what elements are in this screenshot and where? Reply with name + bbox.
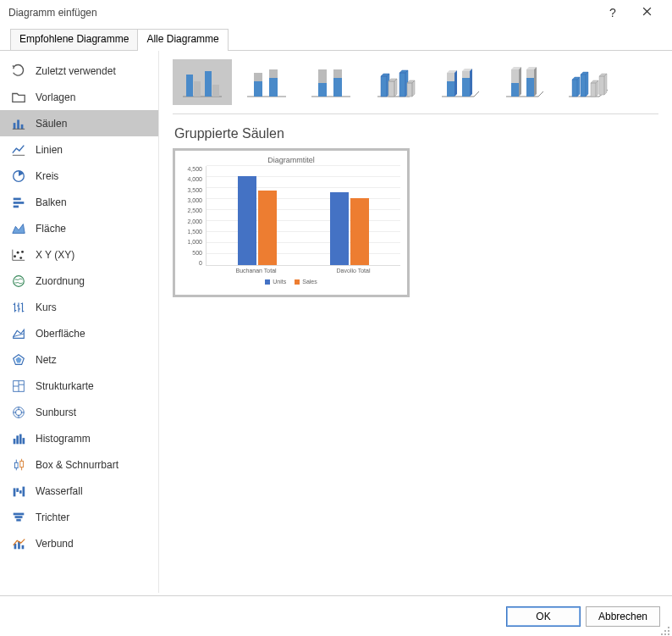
tab-recommended[interactable]: Empfohlene Diagramme: [10, 29, 138, 50]
sidebar-item-treemap[interactable]: Strukturkarte: [0, 373, 158, 399]
sidebar-item-label: Trichter: [36, 512, 69, 523]
legend: Units Sales: [182, 279, 400, 285]
svg-rect-25: [19, 490, 22, 494]
sidebar-item-label: Zuordnung: [36, 275, 85, 287]
tab-all[interactable]: Alle Diagramme: [137, 29, 228, 50]
svg-rect-29: [16, 518, 20, 521]
sidebar-item-label: Verbund: [36, 538, 74, 550]
svg-point-7: [14, 255, 16, 257]
bar-group: [238, 166, 277, 265]
tab-row: Empfohlene Diagramme Alle Diagramme: [0, 29, 672, 51]
sidebar-item-funnel[interactable]: Trichter: [0, 504, 158, 530]
svg-rect-34: [194, 81, 201, 97]
sidebar-item-bar[interactable]: Balken: [0, 189, 158, 215]
sidebar-item-recent[interactable]: Zuletzt verwendet: [0, 58, 158, 84]
sidebar-item-label: Oberfläche: [36, 328, 85, 340]
subtype-3d-column[interactable]: [559, 59, 618, 105]
legend-sales: Sales: [295, 279, 317, 285]
svg-rect-22: [20, 461, 24, 467]
line-chart-icon: [10, 141, 27, 158]
resize-grip[interactable]: [660, 624, 670, 634]
sidebar-item-templates[interactable]: Vorlagen: [0, 84, 158, 110]
subtype-3d-100stacked-column[interactable]: [494, 59, 554, 105]
svg-point-47: [668, 630, 669, 632]
svg-rect-33: [186, 75, 193, 97]
sunburst-chart-icon: [10, 404, 27, 421]
svg-rect-20: [23, 438, 25, 444]
bar: [330, 192, 349, 265]
area-chart-icon: [10, 220, 27, 237]
sidebar-item-label: Balken: [36, 196, 67, 208]
svg-rect-19: [19, 434, 22, 444]
svg-point-8: [17, 251, 19, 253]
svg-rect-32: [22, 545, 25, 549]
sidebar-item-line[interactable]: Linien: [0, 136, 158, 163]
close-button[interactable]: [630, 7, 664, 19]
chart-preview-title: Diagrammtitel: [182, 156, 400, 164]
sidebar-item-combo[interactable]: Verbund: [0, 530, 158, 556]
chart-preview[interactable]: Diagrammtitel 4,500 4,000 3,500 3,000 2,…: [173, 148, 410, 297]
map-chart-icon: [10, 273, 27, 290]
sidebar-item-label: Vorlagen: [36, 91, 75, 103]
sidebar-item-pie[interactable]: Kreis: [0, 163, 158, 189]
radar-chart-icon: [10, 351, 27, 368]
titlebar: Diagramm einfügen ?: [0, 0, 672, 25]
sidebar-item-label: Linien: [36, 144, 63, 156]
x-axis-labels: Buchanan Total Davolio Total: [182, 268, 400, 274]
svg-rect-26: [23, 486, 25, 496]
svg-rect-23: [14, 488, 16, 496]
help-button[interactable]: ?: [596, 6, 630, 19]
ok-button[interactable]: OK: [506, 606, 581, 627]
sidebar-item-waterfall[interactable]: Wasserfall: [0, 478, 158, 504]
sidebar-item-column[interactable]: Säulen: [0, 110, 158, 136]
treemap-chart-icon: [10, 378, 27, 395]
sidebar-item-stock[interactable]: Kurs: [0, 294, 158, 320]
subtype-clustered-column[interactable]: [173, 59, 232, 105]
chart-plot-area: 4,500 4,000 3,500 3,000 2,500 2,000 1,50…: [182, 166, 400, 266]
sidebar-item-label: Kreis: [36, 170, 58, 182]
bar: [258, 191, 277, 265]
recent-icon: [10, 63, 27, 80]
chart-category-list: Zuletzt verwendet Vorlagen Säulen Linien…: [0, 51, 159, 593]
svg-point-16: [15, 409, 21, 415]
svg-rect-38: [254, 73, 262, 81]
cancel-button[interactable]: Abbrechen: [586, 606, 660, 627]
sidebar-item-area[interactable]: Fläche: [0, 215, 158, 241]
plot: [206, 166, 400, 266]
svg-marker-13: [15, 357, 21, 362]
main-area: Zuletzt verwendet Vorlagen Säulen Linien…: [0, 51, 672, 593]
svg-rect-37: [254, 81, 262, 97]
box-whisker-icon: [10, 456, 27, 473]
svg-rect-17: [14, 439, 16, 444]
sidebar-item-radar[interactable]: Netz: [0, 346, 158, 373]
subtype-3d-clustered-column[interactable]: [366, 59, 425, 105]
subtype-100stacked-column[interactable]: [301, 59, 361, 105]
dialog-title: Diagramm einfügen: [8, 7, 596, 19]
sidebar-item-label: Wasserfall: [36, 485, 83, 497]
sidebar-item-surface[interactable]: Oberfläche: [0, 320, 158, 346]
svg-rect-39: [269, 78, 278, 97]
svg-rect-42: [318, 83, 327, 97]
sidebar-item-scatter[interactable]: X Y (XY): [0, 241, 158, 268]
scatter-chart-icon: [10, 246, 27, 263]
sidebar-item-histogram[interactable]: Histogramm: [0, 425, 158, 451]
svg-point-49: [664, 633, 666, 635]
svg-point-48: [661, 633, 663, 635]
subtype-3d-stacked-column[interactable]: [430, 59, 489, 105]
combo-chart-icon: [10, 535, 27, 552]
sidebar-item-label: Kurs: [36, 301, 57, 313]
svg-rect-2: [21, 124, 24, 128]
sidebar-item-label: X Y (XY): [36, 249, 74, 261]
subtype-title: Gruppierte Säulen: [174, 126, 658, 141]
svg-rect-44: [333, 78, 342, 97]
sidebar-item-map[interactable]: Zuordnung: [0, 268, 158, 294]
sidebar-item-label: Histogramm: [36, 433, 91, 445]
subtype-row: [173, 59, 658, 114]
svg-rect-40: [269, 69, 278, 78]
subtype-stacked-column[interactable]: [237, 59, 296, 105]
svg-point-9: [19, 257, 22, 259]
svg-rect-0: [14, 123, 16, 129]
svg-rect-24: [16, 488, 19, 492]
sidebar-item-sunburst[interactable]: Sunburst: [0, 399, 158, 425]
sidebar-item-boxwhisker[interactable]: Box & Schnurrbart: [0, 451, 158, 478]
